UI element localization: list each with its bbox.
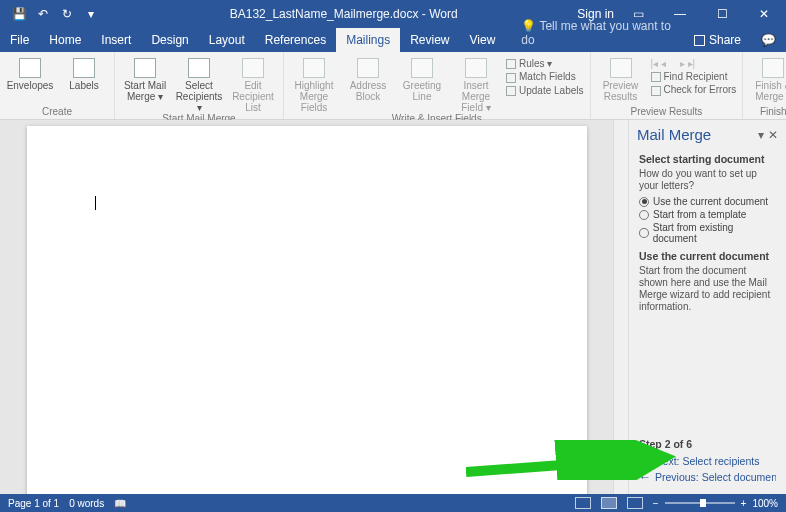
ribbon: Envelopes Labels Create Start Mail Merge… [0,52,786,120]
preview-icon [610,58,632,78]
quick-access-toolbar: 💾 ↶ ↻ ▾ [0,3,110,25]
highlight-icon [303,58,325,78]
merge-field-icon [465,58,487,78]
record-nav[interactable]: |◂ ◂ ▸ ▸| [651,58,737,69]
address-icon [357,58,379,78]
print-layout-button[interactable] [601,497,617,509]
proofing-icon[interactable]: 📖 [114,498,126,509]
radio-from-template[interactable]: Start from a template [639,209,776,220]
group-create: Envelopes Labels Create [0,52,115,119]
edit-list-icon [242,58,264,78]
envelopes-button[interactable]: Envelopes [6,54,54,91]
undo-icon[interactable]: ↶ [32,3,54,25]
tab-mailings[interactable]: Mailings [336,28,400,52]
find-icon [651,72,661,82]
vertical-scrollbar[interactable] [613,120,628,494]
group-label: Preview Results [631,106,703,119]
find-recipient-button[interactable]: Find Recipient [651,71,737,82]
tab-home[interactable]: Home [39,28,91,52]
start-mail-merge-button[interactable]: Start Mail Merge ▾ [121,54,169,102]
workspace: Mail Merge ▾ ✕ Select starting document … [0,120,786,494]
page-indicator[interactable]: Page 1 of 1 [8,498,59,509]
greeting-line-button[interactable]: Greeting Line [398,54,446,102]
section-question: How do you want to set up your letters? [639,168,776,192]
tab-file[interactable]: File [0,28,39,52]
zoom-out-button[interactable]: − [653,498,659,509]
text-cursor [95,196,96,210]
recipients-icon [188,58,210,78]
comments-icon[interactable]: 💬 [751,28,786,52]
pane-title: Mail Merge [637,126,754,143]
qat-more-icon[interactable]: ▾ [80,3,102,25]
page[interactable] [27,126,587,494]
radio-existing-document[interactable]: Start from existing document [639,222,776,244]
redo-icon[interactable]: ↻ [56,3,78,25]
pane-menu-icon[interactable]: ▾ [758,128,764,142]
highlight-merge-fields-button[interactable]: Highlight Merge Fields [290,54,338,113]
greeting-icon [411,58,433,78]
tab-insert[interactable]: Insert [91,28,141,52]
ribbon-tabs: File Home Insert Design Layout Reference… [0,28,786,52]
tab-references[interactable]: References [255,28,336,52]
finish-icon [762,58,784,78]
mail-merge-icon [134,58,156,78]
match-fields-button[interactable]: Match Fields [506,71,584,82]
edit-recipient-list-button[interactable]: Edit Recipient List [229,54,277,113]
address-block-button[interactable]: Address Block [344,54,392,102]
next-step-link[interactable]: →Next: Select recipients [639,454,776,468]
document-title: BA132_LastName_Mailmerge.docx - Word [110,7,577,21]
word-count[interactable]: 0 words [69,498,104,509]
group-write-insert: Highlight Merge Fields Address Block Gre… [284,52,591,119]
zoom-in-button[interactable]: + [741,498,747,509]
insert-merge-field-button[interactable]: Insert Merge Field ▾ [452,54,500,113]
group-finish: Finish & Merge ▾ Finish [743,52,786,119]
tab-layout[interactable]: Layout [199,28,255,52]
save-icon[interactable]: 💾 [8,3,30,25]
section-body: Start from the document shown here and u… [639,265,776,313]
mail-merge-pane: Mail Merge ▾ ✕ Select starting document … [628,120,786,494]
radio-current-document[interactable]: Use the current document [639,196,776,207]
check-icon [651,86,661,96]
group-label: Finish [760,106,786,119]
arrow-left-icon: ← [639,470,651,484]
read-mode-button[interactable] [575,497,591,509]
tab-design[interactable]: Design [141,28,198,52]
maximize-button[interactable]: ☐ [704,0,740,28]
select-recipients-button[interactable]: Select Recipients ▾ [175,54,223,113]
preview-results-button[interactable]: Preview Results [597,54,645,102]
label-icon [73,58,95,78]
document-area[interactable] [0,120,613,494]
tab-view[interactable]: View [460,28,506,52]
arrow-right-icon: → [639,454,651,468]
previous-step-link[interactable]: ←Previous: Select document ty [639,470,776,484]
web-layout-button[interactable] [627,497,643,509]
update-icon [506,86,516,96]
finish-merge-button[interactable]: Finish & Merge ▾ [749,54,786,102]
group-label: Create [42,106,72,119]
section-heading: Select starting document [639,153,776,165]
match-icon [506,73,516,83]
status-bar: Page 1 of 1 0 words 📖 − + 100% [0,494,786,512]
wizard-step: Step 2 of 6 [639,438,776,450]
section-heading: Use the current document [639,250,776,262]
close-button[interactable]: ✕ [746,0,782,28]
check-errors-button[interactable]: Check for Errors [651,84,737,95]
group-preview-results: Preview Results |◂ ◂ ▸ ▸| Find Recipient… [591,52,744,119]
envelope-icon [19,58,41,78]
rules-button[interactable]: Rules ▾ [506,58,584,69]
update-labels-button[interactable]: Update Labels [506,85,584,96]
pane-close-button[interactable]: ✕ [768,128,778,142]
share-icon [694,35,705,46]
rules-icon [506,59,516,69]
group-start-mail-merge: Start Mail Merge ▾ Select Recipients ▾ E… [115,52,284,119]
share-button[interactable]: Share [684,28,751,52]
zoom-level[interactable]: 100% [752,498,778,509]
labels-button[interactable]: Labels [60,54,108,91]
zoom-slider[interactable]: − + 100% [653,498,778,509]
tab-review[interactable]: Review [400,28,459,52]
